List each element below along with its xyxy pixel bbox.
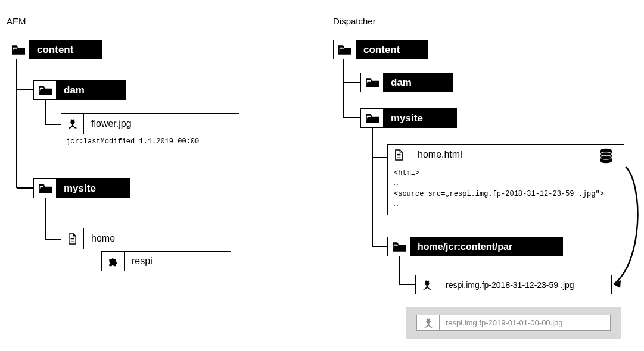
disp-home-html-box: home.html <html> … <source src=„respi.im… <box>387 144 624 215</box>
aem-mysite-folder: mysite <box>33 178 130 198</box>
disp-ghost-file: respi.img.fp-2019-01-01-00-00.jpg <box>416 315 611 331</box>
aem-flower-filename: flower.jpg <box>84 114 139 134</box>
aem-content-label: content <box>30 40 101 59</box>
disp-respi-file: respi.img.fp-2018-31-12-23-59 .jpg <box>415 275 612 294</box>
disp-title: Dispatcher <box>333 16 376 26</box>
aem-content-folder: content <box>7 40 102 59</box>
disp-home-html-code: <html> … <source src=„respi.img.fp-2018-… <box>388 165 624 215</box>
aem-dam-label: dam <box>57 81 125 99</box>
folder-open-icon <box>361 73 384 92</box>
disp-par-label: home/jcr:content/par <box>410 237 562 256</box>
disp-content-folder: content <box>333 40 428 59</box>
disp-home-html-label: home.html <box>410 145 624 165</box>
aem-flower-meta: jcr:lastModified 1.1.2019 00:00 <box>61 134 239 151</box>
aem-flower-box: flower.jpg jcr:lastModified 1.1.2019 00:… <box>61 113 239 151</box>
disp-ghost-label: respi.img.fp-2019-01-01-00-00.jpg <box>440 315 610 330</box>
disp-dam-folder: dam <box>360 73 453 92</box>
disp-par-folder: home/jcr:content/par <box>387 237 563 256</box>
folder-open-icon <box>7 40 30 59</box>
disp-dam-label: dam <box>384 73 452 92</box>
folder-open-icon <box>34 81 57 99</box>
folder-open-icon <box>361 109 384 127</box>
aem-mysite-label: mysite <box>57 179 129 198</box>
aem-title: AEM <box>7 16 26 26</box>
folder-open-icon <box>388 237 410 256</box>
disp-mysite-label: mysite <box>384 109 456 127</box>
page-icon <box>61 228 84 249</box>
aem-home-label: home <box>84 228 122 249</box>
aem-home-box: home respi <box>61 228 257 275</box>
disp-content-label: content <box>356 40 428 59</box>
disp-ghost-wrap: respi.img.fp-2019-01-01-00-00.jpg <box>406 307 621 339</box>
disp-mysite-folder: mysite <box>360 108 457 128</box>
flower-icon <box>61 114 84 134</box>
aem-respi-node: respi <box>101 251 231 271</box>
disp-respi-label: respi.img.fp-2018-31-12-23-59 .jpg <box>438 275 611 294</box>
flower-icon <box>416 275 438 294</box>
svg-marker-15 <box>614 280 621 288</box>
page-icon <box>388 145 410 165</box>
folder-open-icon <box>334 40 356 59</box>
puzzle-icon <box>102 252 125 271</box>
aem-respi-label: respi <box>125 252 231 271</box>
aem-dam-folder: dam <box>33 80 126 100</box>
database-icon <box>599 148 613 167</box>
folder-open-icon <box>34 179 57 198</box>
flower-icon <box>417 315 440 330</box>
